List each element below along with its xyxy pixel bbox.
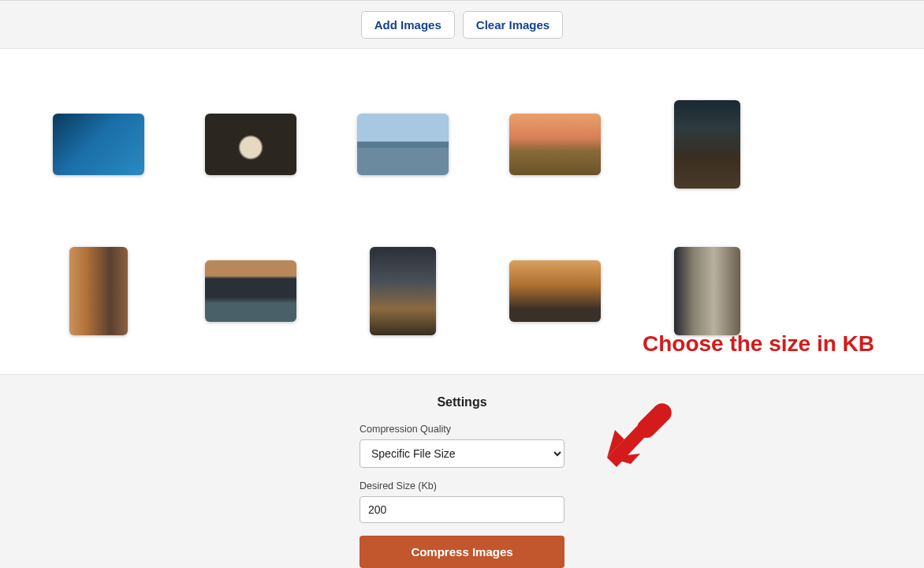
thumbnail-cell <box>174 218 326 364</box>
thumb-column[interactable] <box>674 247 740 335</box>
compress-images-button[interactable]: Compress Images <box>360 536 564 568</box>
settings-title: Settings <box>360 395 564 409</box>
image-gallery <box>0 49 924 374</box>
thumb-street[interactable] <box>370 247 436 335</box>
thumbnail-cell <box>326 218 479 364</box>
toolbar: Add Images Clear Images <box>0 0 924 49</box>
thumbnail-cell <box>479 218 631 364</box>
thumbnail-cell <box>174 71 326 218</box>
thumb-city[interactable] <box>509 260 601 322</box>
thumbnail-cell <box>631 218 783 364</box>
compression-quality-select[interactable]: Specific File Size <box>360 439 564 468</box>
thumb-alley[interactable] <box>69 247 128 335</box>
desired-size-input[interactable] <box>360 496 564 523</box>
thumb-arch[interactable] <box>205 260 296 322</box>
thumbnail-cell <box>22 71 174 218</box>
thumb-lake[interactable] <box>357 114 449 175</box>
thumbnail-cell <box>631 71 783 218</box>
settings-panel: Settings Compression Quality Specific Fi… <box>0 374 924 568</box>
thumb-tent[interactable] <box>205 114 296 175</box>
desired-size-label: Desired Size (Kb) <box>360 480 564 491</box>
add-images-button[interactable]: Add Images <box>361 11 455 39</box>
clear-images-button[interactable]: Clear Images <box>463 11 563 39</box>
thumbnail-cell <box>479 71 631 218</box>
compression-quality-label: Compression Quality <box>360 424 564 435</box>
thumbnail-cell <box>326 71 479 218</box>
thumb-path[interactable] <box>674 100 740 189</box>
thumb-diver[interactable] <box>53 114 144 175</box>
thumbnail-cell <box>22 218 174 364</box>
thumb-field[interactable] <box>509 114 601 175</box>
